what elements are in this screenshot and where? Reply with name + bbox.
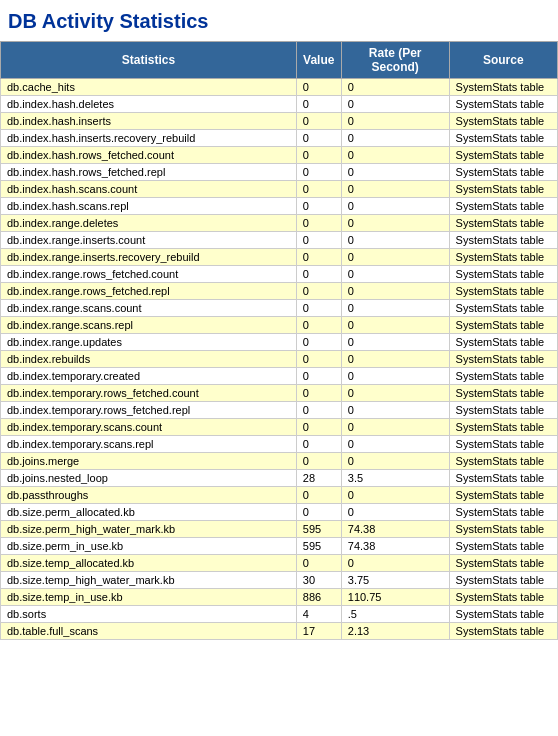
value-cell: 886 <box>296 589 341 606</box>
source-cell: SystemStats table <box>449 96 557 113</box>
table-row: db.size.temp_in_use.kb886110.75SystemSta… <box>1 589 558 606</box>
value-cell: 0 <box>296 113 341 130</box>
rate-cell: 0 <box>341 181 449 198</box>
value-cell: 0 <box>296 555 341 572</box>
rate-cell: 0 <box>341 232 449 249</box>
stat-name-cell: db.index.range.rows_fetched.count <box>1 266 297 283</box>
table-row: db.index.hash.rows_fetched.count00System… <box>1 147 558 164</box>
table-row: db.index.hash.inserts00SystemStats table <box>1 113 558 130</box>
rate-cell: 0 <box>341 198 449 215</box>
source-cell: SystemStats table <box>449 334 557 351</box>
table-row: db.index.range.rows_fetched.repl00System… <box>1 283 558 300</box>
rate-cell: 0 <box>341 453 449 470</box>
rate-cell: 0 <box>341 215 449 232</box>
stat-name-cell: db.passthroughs <box>1 487 297 504</box>
value-cell: 0 <box>296 266 341 283</box>
source-cell: SystemStats table <box>449 283 557 300</box>
stat-name-cell: db.index.hash.rows_fetched.count <box>1 147 297 164</box>
rate-cell: 0 <box>341 555 449 572</box>
rate-cell: 0 <box>341 368 449 385</box>
source-cell: SystemStats table <box>449 266 557 283</box>
source-cell: SystemStats table <box>449 198 557 215</box>
stat-name-cell: db.index.temporary.created <box>1 368 297 385</box>
rate-cell: 0 <box>341 96 449 113</box>
table-row: db.index.temporary.rows_fetched.repl00Sy… <box>1 402 558 419</box>
stat-name-cell: db.index.range.inserts.recovery_rebuild <box>1 249 297 266</box>
table-row: db.joins.nested_loop283.5SystemStats tab… <box>1 470 558 487</box>
stat-name-cell: db.index.range.updates <box>1 334 297 351</box>
col-header-rate: Rate (Per Second) <box>341 42 449 79</box>
rate-cell: 0 <box>341 504 449 521</box>
table-row: db.joins.merge00SystemStats table <box>1 453 558 470</box>
stat-name-cell: db.size.temp_allocated.kb <box>1 555 297 572</box>
rate-cell: 0 <box>341 419 449 436</box>
table-row: db.index.range.scans.count00SystemStats … <box>1 300 558 317</box>
source-cell: SystemStats table <box>449 504 557 521</box>
stat-name-cell: db.index.range.scans.repl <box>1 317 297 334</box>
source-cell: SystemStats table <box>449 470 557 487</box>
value-cell: 0 <box>296 147 341 164</box>
stat-name-cell: db.index.range.rows_fetched.repl <box>1 283 297 300</box>
value-cell: 0 <box>296 283 341 300</box>
table-row: db.cache_hits00SystemStats table <box>1 79 558 96</box>
stat-name-cell: db.index.rebuilds <box>1 351 297 368</box>
stat-name-cell: db.index.temporary.rows_fetched.repl <box>1 402 297 419</box>
value-cell: 0 <box>296 487 341 504</box>
value-cell: 0 <box>296 215 341 232</box>
rate-cell: 0 <box>341 334 449 351</box>
rate-cell: 110.75 <box>341 589 449 606</box>
source-cell: SystemStats table <box>449 79 557 96</box>
rate-cell: 3.5 <box>341 470 449 487</box>
rate-cell: 0 <box>341 266 449 283</box>
value-cell: 0 <box>296 351 341 368</box>
source-cell: SystemStats table <box>449 164 557 181</box>
source-cell: SystemStats table <box>449 215 557 232</box>
table-row: db.index.range.inserts.recovery_rebuild0… <box>1 249 558 266</box>
stat-name-cell: db.index.hash.rows_fetched.repl <box>1 164 297 181</box>
value-cell: 595 <box>296 538 341 555</box>
stat-name-cell: db.sorts <box>1 606 297 623</box>
stat-name-cell: db.size.temp_in_use.kb <box>1 589 297 606</box>
table-row: db.size.perm_high_water_mark.kb59574.38S… <box>1 521 558 538</box>
stat-name-cell: db.size.perm_in_use.kb <box>1 538 297 555</box>
table-row: db.index.range.inserts.count00SystemStat… <box>1 232 558 249</box>
table-row: db.index.temporary.rows_fetched.count00S… <box>1 385 558 402</box>
rate-cell: 3.75 <box>341 572 449 589</box>
rate-cell: 0 <box>341 130 449 147</box>
stat-name-cell: db.index.range.scans.count <box>1 300 297 317</box>
table-row: db.index.hash.deletes00SystemStats table <box>1 96 558 113</box>
source-cell: SystemStats table <box>449 351 557 368</box>
source-cell: SystemStats table <box>449 368 557 385</box>
table-row: db.index.hash.scans.count00SystemStats t… <box>1 181 558 198</box>
table-row: db.index.range.scans.repl00SystemStats t… <box>1 317 558 334</box>
table-row: db.size.temp_high_water_mark.kb303.75Sys… <box>1 572 558 589</box>
rate-cell: 2.13 <box>341 623 449 640</box>
source-cell: SystemStats table <box>449 232 557 249</box>
value-cell: 0 <box>296 300 341 317</box>
stat-name-cell: db.index.hash.scans.count <box>1 181 297 198</box>
source-cell: SystemStats table <box>449 300 557 317</box>
stat-name-cell: db.index.range.deletes <box>1 215 297 232</box>
rate-cell: 0 <box>341 487 449 504</box>
rate-cell: 0 <box>341 283 449 300</box>
value-cell: 595 <box>296 521 341 538</box>
col-header-statistics: Statistics <box>1 42 297 79</box>
table-row: db.index.temporary.created00SystemStats … <box>1 368 558 385</box>
source-cell: SystemStats table <box>449 436 557 453</box>
rate-cell: 74.38 <box>341 538 449 555</box>
value-cell: 0 <box>296 79 341 96</box>
rate-cell: 0 <box>341 113 449 130</box>
table-row: db.size.perm_allocated.kb00SystemStats t… <box>1 504 558 521</box>
rate-cell: 0 <box>341 249 449 266</box>
stat-name-cell: db.table.full_scans <box>1 623 297 640</box>
source-cell: SystemStats table <box>449 419 557 436</box>
source-cell: SystemStats table <box>449 623 557 640</box>
table-row: db.index.hash.scans.repl00SystemStats ta… <box>1 198 558 215</box>
statistics-table: Statistics Value Rate (Per Second) Sourc… <box>0 41 558 640</box>
rate-cell: 0 <box>341 164 449 181</box>
table-row: db.index.rebuilds00SystemStats table <box>1 351 558 368</box>
source-cell: SystemStats table <box>449 181 557 198</box>
table-row: db.size.perm_in_use.kb59574.38SystemStat… <box>1 538 558 555</box>
stat-name-cell: db.index.temporary.scans.repl <box>1 436 297 453</box>
rate-cell: 74.38 <box>341 521 449 538</box>
